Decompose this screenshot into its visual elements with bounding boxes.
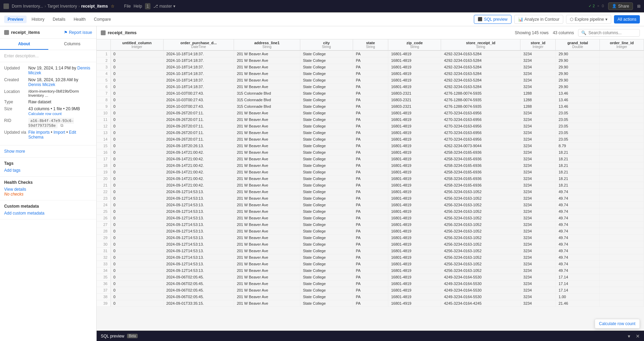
table-row: 2202024-09-12T14:53:13.201 W Beaver AveS… (97, 189, 644, 195)
tab-preview[interactable]: Preview (4, 16, 27, 23)
cell-state: PA (353, 156, 388, 162)
cell-address: 201 W Beaver Ave (234, 156, 300, 162)
cell-zip: 16801-4819 (388, 136, 441, 143)
calc-row-count-link[interactable]: Calculate row count (28, 112, 62, 116)
row-num-cell: 29 (97, 235, 110, 241)
created-user-link[interactable]: Dennis Miczek (28, 82, 55, 87)
cell-grand-total: 49.74 (556, 254, 600, 261)
file-imports-link[interactable]: File imports (28, 130, 50, 135)
description-placeholder[interactable]: Enter description... (4, 54, 92, 58)
cell-address: 201 W Beaver Ave (234, 267, 300, 274)
row-num-cell: 26 (97, 215, 110, 221)
close-sql-icon[interactable]: ✕ (636, 333, 640, 339)
cell-zip: 16801-4819 (388, 70, 441, 77)
minimize-icon[interactable]: ▾ (628, 333, 630, 339)
add-tags-link[interactable]: Add tags (4, 168, 20, 173)
cell-city: State College (300, 241, 353, 248)
col-header-city[interactable]: city String (300, 39, 353, 50)
col-header-order-purchase[interactable]: order_purchase_d... DateTime (163, 39, 234, 50)
branch-menu[interactable]: ⎇ master ▾ (153, 4, 175, 9)
col-header-grand-total[interactable]: grand_total Double (556, 39, 600, 50)
cell-address: 201 W Beaver Ave (234, 241, 300, 248)
apps-icon[interactable]: ⊞ (637, 4, 641, 9)
cell-city: State College (300, 221, 353, 228)
cell-order-date: 2024-09-12T14:53:13. (163, 254, 234, 261)
sql-bar: SQL preview Beta ▾ ✕ (97, 331, 644, 341)
add-custom-metadata-link[interactable]: Add custom metadata (4, 211, 45, 216)
cell-state: PA (353, 84, 388, 90)
col-header-state[interactable]: state String (353, 39, 388, 50)
sql-preview-button[interactable]: ⬛ SQL preview (474, 15, 511, 24)
cell-order-line (600, 116, 644, 123)
cell-store-id: 3234 (520, 281, 556, 287)
cell-zip: 16801-4819 (388, 261, 441, 267)
col-header-store-receipt[interactable]: store_receipt_id String (441, 39, 520, 50)
cell-grand-total: 29.90 (556, 77, 600, 84)
cell-store-id: 3234 (520, 176, 556, 182)
rid-label: RID (4, 118, 28, 128)
cell-grand-total: 49.74 (556, 267, 600, 274)
location-value[interactable]: /dorm-inventory-0b819b/Dorm Inventory ..… (28, 89, 92, 97)
cell-zip: 16801-4819 (388, 130, 441, 136)
cell-state: PA (353, 50, 388, 57)
grid-container[interactable]: untitled_column Integer order_purchase_d… (97, 39, 644, 331)
all-actions-button[interactable]: All actions (614, 15, 640, 23)
tab-details[interactable]: Details (49, 16, 69, 23)
show-more-link[interactable]: Show more (4, 149, 25, 154)
about-tab[interactable]: About (0, 39, 48, 50)
share-icon: 👤 (612, 4, 617, 8)
breadcrumb-target[interactable]: Target Inventory (47, 4, 77, 9)
help-menu[interactable]: Help (134, 4, 142, 9)
copy-icon[interactable]: ⧉ (60, 123, 64, 128)
col-header-address[interactable]: address_line1 String (234, 39, 300, 50)
breadcrumb-dorm[interactable]: Dorm Inventory... (12, 4, 43, 9)
cell-untitled: 0 (110, 90, 163, 97)
tab-compare[interactable]: Compare (90, 16, 114, 23)
breadcrumb-sep2: › (78, 4, 80, 9)
cell-city: State College (300, 267, 353, 274)
tab-health[interactable]: Health (70, 16, 89, 23)
report-issue-link[interactable]: ⚑ Report issue (64, 30, 92, 35)
col-header-order-line[interactable]: order_line_id Integer (600, 39, 644, 50)
cell-order-date: 2024-10-18T14:18:37. (163, 77, 234, 84)
view-details-link[interactable]: View details (4, 187, 26, 192)
col-header-store-id[interactable]: store_id Integer (520, 39, 556, 50)
version-indicator[interactable]: 1 (145, 4, 151, 9)
cell-city: State College (300, 208, 353, 215)
cell-city: State College (300, 261, 353, 267)
col-header-untitled[interactable]: untitled_column Integer (110, 39, 163, 50)
cell-grand-total: 18.21 (556, 162, 600, 169)
cell-untitled: 0 (110, 84, 163, 90)
cell-order-line (600, 77, 644, 84)
analyze-button[interactable]: 📊 Analyze in Contour (514, 15, 563, 24)
column-search-input[interactable] (588, 30, 637, 35)
cell-state: PA (353, 254, 388, 261)
share-button[interactable]: 👤 Share (608, 2, 633, 10)
table-row: 3102024-09-12T14:53:13.201 W Beaver AveS… (97, 248, 644, 254)
cell-order-date: 2024-10-03T00:27:43. (163, 97, 234, 103)
cell-untitled: 0 (110, 254, 163, 261)
cell-untitled: 0 (110, 287, 163, 294)
tab-history[interactable]: History (28, 16, 48, 23)
column-search-box[interactable]: 🔍 (578, 29, 640, 37)
calc-row-count-tooltip[interactable]: Calculate row count (595, 319, 640, 329)
star-icon[interactable]: ☆ (111, 4, 115, 9)
cell-address: 201 W Beaver Ave (234, 84, 300, 90)
cell-order-date: 2024-10-03T00:27:43. (163, 90, 234, 97)
import-link[interactable]: Import (53, 130, 65, 135)
table-row: 2302024-09-12T14:53:13.201 W Beaver AveS… (97, 195, 644, 202)
cell-state: PA (353, 169, 388, 176)
location-label: Location (4, 89, 28, 97)
cell-store-receipt: 4249-3234-0164-5530 (441, 281, 520, 287)
col-header-zip[interactable]: zip_code String (388, 39, 441, 50)
cell-order-date: 2024-09-18T20:26:13. (163, 143, 234, 149)
cell-store-id: 3234 (520, 84, 556, 90)
cell-store-id: 3234 (520, 116, 556, 123)
table-row: 602024-10-18T14:18:37.201 W Beaver AveSt… (97, 84, 644, 90)
cell-untitled: 0 (110, 215, 163, 221)
explore-pipeline-button[interactable]: ⬡ Explore pipeline ▾ (566, 15, 611, 24)
columns-tab[interactable]: Columns (48, 39, 97, 50)
main-layout: receipt_items ⚑ Report issue About Colum… (0, 26, 644, 341)
cell-address: 201 W Beaver Ave (234, 169, 300, 176)
file-menu[interactable]: File (124, 4, 131, 9)
